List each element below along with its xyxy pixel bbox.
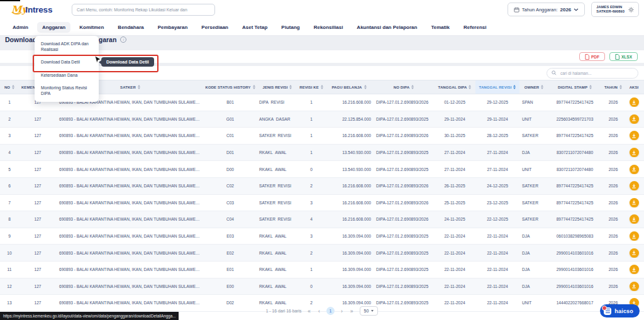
prev-page-button[interactable]: ‹: [317, 308, 321, 314]
col-header-tahun[interactable]: TAHUN: [601, 80, 625, 94]
page-size-select[interactable]: 50: [360, 306, 379, 316]
row-download-button[interactable]: [630, 198, 639, 207]
row-download-button[interactable]: [630, 265, 639, 274]
row-download-button[interactable]: [630, 282, 639, 291]
info-icon[interactable]: i: [120, 36, 126, 43]
row-download-button[interactable]: [630, 148, 639, 157]
nav-item-aset-tetap[interactable]: Aset Tetap: [237, 22, 272, 33]
cell-tanggal_revisi: 22-11-2024: [475, 251, 519, 255]
menu-item-monitoring-status-revisi-dipa[interactable]: Monitoring Status Revisi DIPA: [35, 82, 99, 100]
download-icon: [631, 284, 636, 289]
table-row: 10127690893 - BALAI KARANTINA HEWAN, IKA…: [0, 245, 644, 262]
xlsx-label: XLSX: [621, 55, 632, 59]
app-logo[interactable]: MyIntress: [11, 4, 65, 15]
col-header-tanggal_revisi[interactable]: TANGGAL REVISI: [475, 80, 519, 94]
nav-item-komitmen[interactable]: Komitmen: [74, 22, 109, 33]
pdf-export-button[interactable]: PDF: [579, 52, 605, 61]
col-header-digital_stamp[interactable]: DIGITAL STAMP: [548, 80, 601, 94]
row-download-button[interactable]: [630, 181, 639, 190]
cell-owner: SPAN: [519, 100, 548, 104]
cell-tanggal_revisi: 22-11-2024: [475, 234, 519, 238]
cell-tanggal_revisi: 27-11-2024: [475, 150, 519, 155]
cell-aksi: [625, 231, 643, 241]
cell-tahun: 2026: [601, 133, 625, 138]
current-page[interactable]: 1: [326, 307, 335, 315]
cell-revisi_ke: 1: [298, 150, 325, 155]
nav-item-rekonsiliasi[interactable]: Rekonsiliasi: [309, 22, 348, 33]
menu-item-ketersediaan-dana[interactable]: Ketersediaan Dana: [35, 69, 99, 82]
cell-owner: DJA: [519, 150, 548, 155]
cell-jenis_revisi: RKAKL_AWAL: [257, 167, 298, 172]
cell-digital_stamp: 8307211072074480: [548, 167, 601, 172]
row-download-button[interactable]: [630, 214, 639, 224]
col-header-kode_status_history[interactable]: KODE STATUS HISTORY: [204, 80, 257, 94]
cell-tahun: 2026: [601, 267, 625, 272]
nav-item-referensi[interactable]: Referensi: [458, 22, 491, 33]
cell-jenis_revisi: RKAKL_AWAL: [257, 284, 298, 289]
table-search-input[interactable]: [559, 70, 633, 76]
cell-kem: 127: [19, 267, 57, 272]
cell-tahun: 2026: [601, 251, 625, 255]
cell-kode_status_history: D02: [204, 301, 257, 305]
row-download-button[interactable]: [630, 165, 639, 174]
cell-no_dipa: DIPA-127.01.2.690893/2025: [374, 117, 434, 121]
sort-icon: [364, 85, 367, 89]
user-menu[interactable]: JAMES EDWIN SATKER-690893: [591, 2, 639, 17]
next-page-button[interactable]: ›: [340, 308, 344, 314]
menu-item-download-adk-dipa-dan-realisasi[interactable]: Download ADK DIPA dan Realisasi: [35, 38, 99, 56]
cell-tanggal_dipa: 22-11-2024: [434, 251, 475, 255]
nav-item-tematik[interactable]: Tematik: [426, 22, 455, 33]
nav-item-bendahara[interactable]: Bendahara: [113, 22, 148, 33]
table-row: 5127690893 - BALAI KARANTINA HEWAN, IKAN…: [0, 161, 644, 178]
mouse-cursor: [94, 56, 101, 64]
nav-item-akuntansi-dan-pelaporan[interactable]: Akuntansi dan Pelaporan: [352, 22, 422, 33]
nav-item-anggaran[interactable]: Anggaran: [37, 22, 70, 33]
menu-item-download-data-detil[interactable]: Download Data Detil: [35, 56, 99, 69]
cell-tahun: 2026: [601, 167, 625, 172]
table-search[interactable]: [547, 68, 638, 79]
app-root: MyIntress Tahun Anggaran: 2026 JAMES EDW…: [0, 0, 644, 320]
col-header-no_dipa[interactable]: NO DIPA: [374, 80, 434, 94]
first-page-button[interactable]: «: [306, 308, 312, 314]
cell-pagu_belanja: 16.216.608.000: [325, 100, 374, 104]
cell-jenis_revisi: RKAKL_AWAL: [257, 150, 298, 155]
cell-owner: SATKER: [519, 133, 548, 138]
col-label-revisi_ke: REVISI KE: [299, 86, 319, 89]
col-header-no[interactable]: NO: [0, 80, 19, 94]
cell-aksi: [625, 214, 643, 224]
chat-widget-button[interactable]: haicso: [600, 304, 640, 317]
user-info: JAMES EDWIN SATKER-690893: [596, 5, 625, 14]
row-download-button[interactable]: [630, 248, 639, 258]
col-header-pagu_belanja[interactable]: PAGU BELANJA: [325, 80, 374, 94]
cell-satker: 690893 - BALAI KARANTINA HEWAN, IKAN, DA…: [57, 201, 204, 205]
nav-item-piutang[interactable]: Piutang: [276, 22, 304, 33]
cell-tanggal_revisi: 23-12-2025: [475, 201, 519, 205]
pdf-label: PDF: [591, 55, 599, 59]
nav-item-persediaan[interactable]: Persediaan: [196, 22, 233, 33]
col-header-revisi_ke[interactable]: REVISI KE: [298, 80, 325, 94]
col-header-jenis_revisi[interactable]: JENIS REVISI: [257, 80, 298, 94]
col-header-tanggal_dipa[interactable]: TANGGAL DIPA: [434, 80, 475, 94]
row-download-button[interactable]: [630, 114, 639, 124]
cell-no: 10: [0, 251, 19, 255]
nav-item-pembayaran[interactable]: Pembayaran: [153, 22, 193, 33]
cell-digital_stamp: 8977447225417425: [548, 217, 601, 221]
cell-owner: DJA: [519, 267, 548, 272]
cell-no_dipa: DIPA-127.01.2.690893/2025: [374, 167, 434, 172]
pagination-info: 1 - 16 dari 16 baris: [266, 309, 302, 313]
cell-aksi: [625, 181, 643, 190]
col-header-owner[interactable]: OWNER: [519, 80, 548, 94]
cell-satker: 690893 - BALAI KARANTINA HEWAN, IKAN, DA…: [57, 184, 204, 188]
col-label-owner: OWNER: [525, 86, 540, 89]
nav-item-admin[interactable]: Admin: [8, 22, 33, 33]
menu-search-input[interactable]: [72, 4, 215, 16]
last-page-button[interactable]: »: [349, 308, 355, 314]
row-download-button[interactable]: [630, 97, 639, 107]
cell-owner: UNIT: [519, 167, 548, 172]
cell-digital_stamp: 8977447225417425: [548, 100, 601, 104]
row-download-button[interactable]: [630, 131, 639, 140]
row-download-button[interactable]: [630, 231, 639, 241]
cell-revisi_ke: 1: [298, 100, 325, 104]
year-selector[interactable]: Tahun Anggaran: 2026: [508, 3, 586, 16]
xlsx-export-button[interactable]: XLSX: [609, 52, 638, 61]
